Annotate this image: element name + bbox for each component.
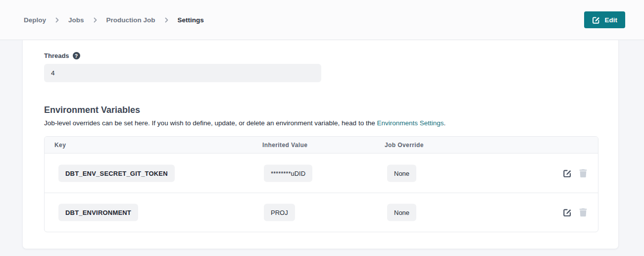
env-var-inherited-value: ********uDID (264, 164, 312, 182)
column-header-inherited-value: Inherited Value (262, 142, 307, 149)
env-vars-section-title: Environment Variables (44, 105, 140, 115)
top-bar: Deploy Jobs Production Job Settings Edit (0, 0, 644, 40)
table-row: DBT_ENVIRONMENT PROJ None (45, 193, 598, 232)
env-var-job-override: None (387, 204, 416, 221)
env-var-key: DBT_ENV_SECRET_GIT_TOKEN (58, 164, 175, 182)
pencil-square-icon[interactable] (563, 168, 572, 178)
column-header-job-override: Job Override (385, 142, 424, 149)
chevron-right-icon (164, 17, 169, 23)
trash-icon[interactable] (579, 169, 587, 177)
threads-input[interactable] (44, 64, 321, 82)
pencil-square-icon (592, 16, 600, 24)
breadcrumb-item-production-job[interactable]: Production Job (106, 16, 155, 24)
table-row: DBT_ENV_SECRET_GIT_TOKEN ********uDID No… (45, 154, 598, 193)
chevron-right-icon (93, 17, 98, 23)
threads-label-text: Threads (44, 52, 69, 59)
env-var-job-override: None (387, 164, 416, 182)
row-actions (563, 208, 587, 217)
threads-field-label: Threads ? (44, 52, 80, 59)
env-var-key: DBT_ENVIRONMENT (58, 204, 138, 221)
row-actions (563, 168, 587, 178)
environments-settings-link[interactable]: Environments Settings (377, 119, 444, 127)
description-period: . (444, 119, 446, 127)
description-text: Job-level overrides can be set here. If … (44, 119, 377, 127)
breadcrumb-item-deploy[interactable]: Deploy (24, 16, 46, 24)
breadcrumb-item-jobs[interactable]: Jobs (68, 16, 84, 24)
column-header-key: Key (54, 142, 66, 149)
pencil-square-icon[interactable] (563, 208, 572, 217)
settings-card: Threads ? Environment Variables Job-leve… (22, 40, 619, 249)
env-var-inherited-value: PROJ (264, 204, 295, 221)
table-header-row: Key Inherited Value Job Override (45, 137, 598, 154)
env-vars-table: Key Inherited Value Job Override DBT_ENV… (44, 136, 598, 232)
edit-button[interactable]: Edit (584, 11, 626, 28)
trash-icon[interactable] (579, 208, 587, 217)
edit-button-label: Edit (605, 16, 618, 24)
chevron-right-icon (54, 17, 60, 23)
breadcrumb: Deploy Jobs Production Job Settings (24, 16, 204, 24)
question-circle-icon[interactable]: ? (73, 52, 80, 59)
breadcrumb-item-settings: Settings (178, 16, 204, 24)
env-vars-description: Job-level overrides can be set here. If … (44, 119, 446, 127)
